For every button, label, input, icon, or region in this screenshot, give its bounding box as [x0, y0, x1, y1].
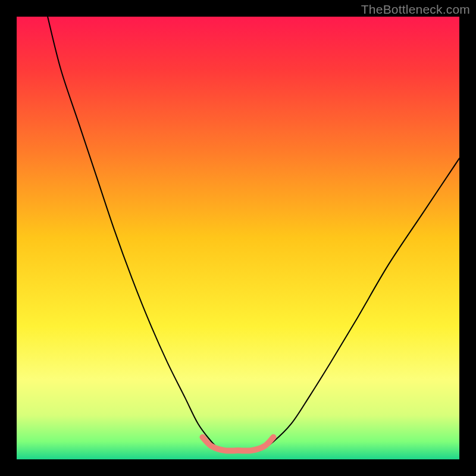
gradient-background	[17, 17, 459, 459]
chart-svg	[17, 17, 459, 459]
attribution-label: TheBottleneck.com	[361, 2, 470, 17]
plot-area	[17, 17, 459, 459]
chart-frame: TheBottleneck.com	[0, 0, 476, 476]
